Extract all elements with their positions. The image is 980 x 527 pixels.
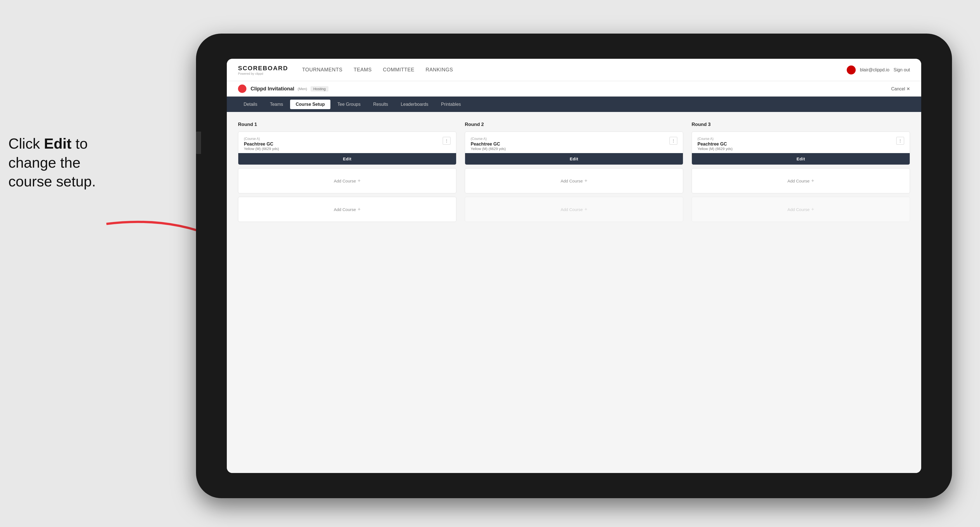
top-nav: SCOREBOARD Powered by clippd TOURNAMENTS… <box>227 59 921 81</box>
tournament-logo: C <box>238 84 247 93</box>
round-2-add-course-2-label: Add Course <box>560 207 583 212</box>
user-avatar <box>847 65 856 75</box>
round-1-add-course-1-label: Add Course <box>334 179 356 183</box>
user-email: blair@clippd.io <box>860 67 889 73</box>
nav-rankings[interactable]: RANKINGS <box>426 67 453 73</box>
round-3-add-course-1[interactable]: Add Course + <box>692 168 910 194</box>
round-1-edit-wrapper: Edit <box>238 153 456 165</box>
rounds-grid: Round 1 (Course A) Peachtree GC Yellow (… <box>238 122 910 225</box>
round-3-course-info: (Course A) Peachtree GC Yellow (M) (6629… <box>697 137 894 151</box>
nav-committee[interactable]: COMMITTEE <box>383 67 415 73</box>
tab-tee-groups[interactable]: Tee Groups <box>332 100 366 109</box>
round-2-column: Round 2 (Course A) Peachtree GC Yellow (… <box>465 122 683 225</box>
round-2-add-course-1[interactable]: Add Course + <box>465 168 683 194</box>
round-2-label: Round 2 <box>465 122 683 127</box>
tablet-shell: SCOREBOARD Powered by clippd TOURNAMENTS… <box>196 33 952 498</box>
round-2-course-label: (Course A) <box>471 137 667 141</box>
round-3-column: Round 3 (Course A) Peachtree GC Yellow (… <box>692 122 910 225</box>
round-1-delete-button[interactable]: ⋮ <box>443 137 450 145</box>
logo-area: SCOREBOARD Powered by clippd <box>238 65 288 75</box>
round-1-course-label: (Course A) <box>244 137 440 141</box>
tablet-side-button <box>196 132 201 154</box>
cancel-button[interactable]: Cancel ✕ <box>891 86 910 92</box>
round-2-add-course-2-plus: + <box>584 206 587 213</box>
round-1-course-card: (Course A) Peachtree GC Yellow (M) (6629… <box>238 132 457 165</box>
round-1-edit-button[interactable]: Edit <box>238 153 456 165</box>
round-2-course-header: (Course A) Peachtree GC Yellow (M) (6629… <box>471 137 677 151</box>
round-1-label: Round 1 <box>238 122 457 127</box>
tab-teams[interactable]: Teams <box>264 100 289 109</box>
tournament-name: Clippd Invitational <box>251 86 294 92</box>
round-1-add-course-2-label: Add Course <box>334 207 356 212</box>
round-1-add-course-1[interactable]: Add Course + <box>238 168 457 194</box>
round-3-delete-button[interactable]: ⋮ <box>896 137 904 145</box>
round-3-add-course-2-label: Add Course <box>788 207 810 212</box>
round-3-edit-button[interactable]: Edit <box>692 153 910 165</box>
round-2-edit-button[interactable]: Edit <box>465 153 683 165</box>
tab-results[interactable]: Results <box>368 100 394 109</box>
round-2-edit-wrapper: Edit <box>465 153 683 165</box>
nav-teams[interactable]: TEAMS <box>354 67 372 73</box>
round-2-add-course-1-plus: + <box>584 178 587 184</box>
tab-printables[interactable]: Printables <box>435 100 466 109</box>
tournament-status: Hosting <box>310 86 328 92</box>
round-1-course-info: (Course A) Peachtree GC Yellow (M) (6629… <box>244 137 440 151</box>
round-3-course-tee: Yellow (M) (6629 yds) <box>697 147 894 151</box>
round-1-course-header: (Course A) Peachtree GC Yellow (M) (6629… <box>244 137 450 151</box>
round-2-add-course-2: Add Course + <box>465 197 683 222</box>
round-2-add-course-1-label: Add Course <box>560 179 583 183</box>
tab-leaderboards[interactable]: Leaderboards <box>395 100 434 109</box>
instruction-bold: Edit <box>44 135 72 152</box>
round-1-add-course-1-plus: + <box>358 178 361 184</box>
tournament-bar: C Clippd Invitational (Men) Hosting Canc… <box>227 81 921 97</box>
nav-right: blair@clippd.io Sign out <box>847 65 910 75</box>
tournament-logo-letter: C <box>240 85 245 92</box>
instruction-text: Click Edit tochange thecourse setup. <box>8 134 143 191</box>
round-3-add-course-1-label: Add Course <box>788 179 810 183</box>
round-3-course-label: (Course A) <box>697 137 894 141</box>
tab-details[interactable]: Details <box>238 100 263 109</box>
main-content: Round 1 (Course A) Peachtree GC Yellow (… <box>227 112 921 473</box>
round-3-course-card: (Course A) Peachtree GC Yellow (M) (6629… <box>692 132 910 165</box>
round-1-column: Round 1 (Course A) Peachtree GC Yellow (… <box>238 122 457 225</box>
round-2-course-name: Peachtree GC <box>471 141 667 147</box>
round-2-course-info: (Course A) Peachtree GC Yellow (M) (6629… <box>471 137 667 151</box>
round-2-course-card: (Course A) Peachtree GC Yellow (M) (6629… <box>465 132 683 165</box>
tournament-gender: (Men) <box>298 87 307 91</box>
round-3-add-course-2: Add Course + <box>692 197 910 222</box>
round-2-course-tee: Yellow (M) (6629 yds) <box>471 147 667 151</box>
tabs-bar: Details Teams Course Setup Tee Groups Re… <box>227 97 921 112</box>
round-1-course-name: Peachtree GC <box>244 141 440 147</box>
round-3-course-header: (Course A) Peachtree GC Yellow (M) (6629… <box>697 137 904 151</box>
round-1-add-course-2-plus: + <box>358 206 361 213</box>
sign-out-link[interactable]: Sign out <box>894 67 910 73</box>
round-3-course-name: Peachtree GC <box>697 141 894 147</box>
logo-sub: Powered by clippd <box>238 72 288 75</box>
round-1-course-tee: Yellow (M) (6629 yds) <box>244 147 440 151</box>
nav-tournaments[interactable]: TOURNAMENTS <box>302 67 342 73</box>
round-1-add-course-2[interactable]: Add Course + <box>238 197 457 222</box>
tablet-screen: SCOREBOARD Powered by clippd TOURNAMENTS… <box>227 59 921 473</box>
logo-scoreboard: SCOREBOARD <box>238 65 288 72</box>
round-3-add-course-2-plus: + <box>811 206 814 213</box>
round-3-edit-wrapper: Edit <box>692 153 910 165</box>
tab-course-setup[interactable]: Course Setup <box>290 100 330 109</box>
round-3-add-course-1-plus: + <box>811 178 814 184</box>
nav-links: TOURNAMENTS TEAMS COMMITTEE RANKINGS <box>302 67 847 73</box>
round-2-delete-button[interactable]: ⋮ <box>670 137 677 145</box>
round-3-label: Round 3 <box>692 122 910 127</box>
